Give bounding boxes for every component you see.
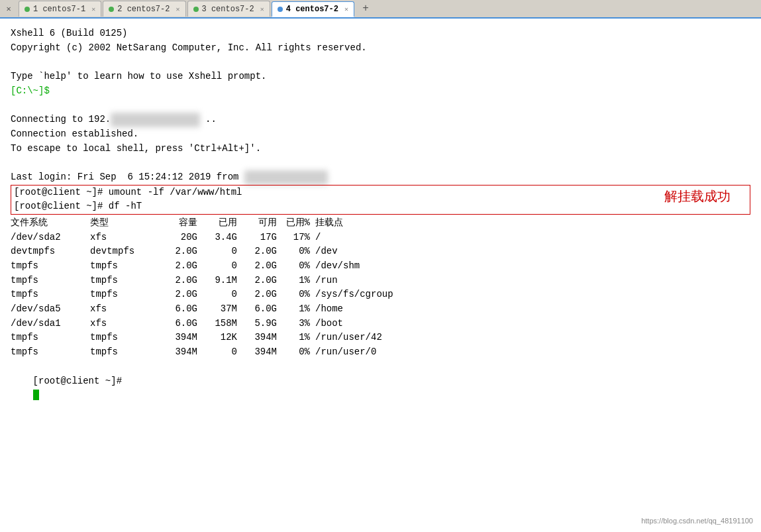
escape-line: To escape to local shell, press 'Ctrl+Al…: [11, 142, 750, 156]
tab-status-dot: [25, 7, 30, 12]
df-pct: 0%: [282, 288, 315, 302]
ip-blurred: ████ ██ ████████: [111, 113, 199, 127]
df-used: 3.4G: [203, 231, 242, 245]
df-fs: /dev/sda1: [11, 317, 90, 331]
df-avail: 2.0G: [242, 274, 282, 288]
df-pct: 0%: [282, 244, 315, 259]
df-type: xfs: [90, 302, 163, 317]
blank-line2: [11, 98, 750, 113]
tab-close-icon[interactable]: ✕: [91, 5, 95, 13]
tab-centos7-2c[interactable]: 4 centos7-2 ✕: [272, 1, 354, 17]
tab-close-active-icon[interactable]: ✕: [344, 5, 348, 13]
df-used: 0: [203, 244, 242, 259]
df-fs: tmpfs: [11, 288, 90, 302]
df-pct: 3%: [282, 317, 315, 331]
final-prompt-text: [root@client ~]#: [33, 376, 122, 386]
df-mount: /: [315, 231, 750, 245]
tab-label: 2 centos7-2: [117, 5, 170, 14]
blank-line3: [11, 156, 750, 170]
header-line2: Copyright (c) 2002 NetSarang Computer, I…: [11, 41, 750, 56]
final-prompt-line: [root@client ~]#: [11, 360, 750, 417]
df-pct: 1%: [282, 302, 315, 317]
df-avail: 5.9G: [242, 317, 282, 331]
tab-status-dot-active: [278, 7, 283, 12]
help-line: Type `help' to learn how to use Xshell p…: [11, 70, 750, 84]
df-col-pct: 已用%: [282, 216, 315, 231]
df-fs: /dev/sda5: [11, 302, 90, 317]
df-pct: 0%: [282, 345, 315, 360]
df-type: tmpfs: [90, 331, 163, 345]
df-used: 0: [203, 288, 242, 302]
df-type: tmpfs: [90, 345, 163, 360]
tab-label-active: 4 centos7-2: [286, 5, 338, 14]
df-size: 6.0G: [163, 317, 203, 331]
df-type: tmpfs: [90, 288, 163, 302]
cmd-block-outlined: [root@client ~]# umount -lf /var/www/htm…: [11, 185, 750, 215]
table-row: tmpfs tmpfs 394M 0 394M 0% /run/user/0: [11, 345, 750, 360]
df-size: 394M: [163, 345, 203, 360]
df-pct: 1%: [282, 274, 315, 288]
annotation-unmount-success: 解挂载成功: [664, 186, 731, 207]
df-rows: /dev/sda2 xfs 20G 3.4G 17G 17% / devtmpf…: [11, 231, 750, 360]
cmd-df: [root@client ~]# df -hT: [14, 199, 747, 214]
last-login-line: Last login: Fri Sep 6 15:24:12 2019 from…: [11, 170, 750, 185]
df-mount: /run/user/0: [315, 345, 750, 360]
tab-centos7-1[interactable]: 1 centos7-1 ✕: [19, 1, 101, 17]
tab-centos7-2a[interactable]: 2 centos7-2 ✕: [103, 1, 185, 17]
df-size: 2.0G: [163, 259, 203, 274]
df-size: 2.0G: [163, 288, 203, 302]
df-type: devtmpfs: [90, 244, 163, 259]
cmd-umount: [root@client ~]# umount -lf /var/www/htm…: [14, 186, 747, 200]
df-used: 0: [203, 259, 242, 274]
df-mount: /sys/fs/cgroup: [315, 288, 750, 302]
local-prompt: [C:\~]$: [11, 84, 750, 99]
watermark: https://blog.csdn.net/qq_48191100: [641, 515, 753, 527]
table-row: tmpfs tmpfs 2.0G 0 2.0G 0% /dev/shm: [11, 259, 750, 274]
df-col-used: 已用: [203, 216, 242, 231]
terminal-cursor: [33, 390, 39, 400]
df-avail: 2.0G: [242, 259, 282, 274]
df-avail: 394M: [242, 345, 282, 360]
df-size: 6.0G: [163, 302, 203, 317]
df-type: tmpfs: [90, 274, 163, 288]
df-avail: 17G: [242, 231, 282, 245]
table-row: devtmpfs devtmpfs 2.0G 0 2.0G 0% /dev: [11, 244, 750, 259]
table-row: tmpfs tmpfs 2.0G 9.1M 2.0G 1% /run: [11, 274, 750, 288]
df-col-fs: 文件系统: [11, 216, 90, 231]
window-close-icon[interactable]: ✕: [3, 3, 15, 15]
tab-centos7-2b[interactable]: 3 centos7-2 ✕: [187, 1, 270, 17]
df-used: 37M: [203, 302, 242, 317]
blank-line1: [11, 55, 750, 70]
df-col-mount: 挂载点: [315, 216, 750, 231]
table-row: tmpfs tmpfs 2.0G 0 2.0G 0% /sys/fs/cgrou…: [11, 288, 750, 302]
df-size: 20G: [163, 231, 203, 245]
df-mount: /dev: [315, 244, 750, 259]
tab-status-dot: [109, 7, 114, 12]
tab-bar: ✕ 1 centos7-1 ✕ 2 centos7-2 ✕ 3 centos7-…: [0, 0, 761, 19]
terminal-window: Xshell 6 (Build 0125) Copyright (c) 2002…: [0, 19, 761, 532]
header-line1: Xshell 6 (Build 0125): [11, 27, 750, 41]
df-mount: /run/user/42: [315, 331, 750, 345]
tab-label: 1 centos7-1: [33, 5, 85, 14]
table-row: tmpfs tmpfs 394M 12K 394M 1% /run/user/4…: [11, 331, 750, 345]
df-fs: /dev/sda2: [11, 231, 90, 245]
tab-close-icon[interactable]: ✕: [260, 5, 264, 13]
df-col-size: 容量: [163, 216, 203, 231]
df-size: 2.0G: [163, 274, 203, 288]
df-col-avail: 可用: [242, 216, 282, 231]
df-mount: /run: [315, 274, 750, 288]
df-used: 12K: [203, 331, 242, 345]
df-avail: 2.0G: [242, 244, 282, 259]
df-used: 9.1M: [203, 274, 242, 288]
df-type: xfs: [90, 231, 163, 245]
new-tab-button[interactable]: +: [358, 1, 373, 16]
df-avail: 6.0G: [242, 302, 282, 317]
df-fs: tmpfs: [11, 331, 90, 345]
tab-close-icon[interactable]: ✕: [176, 5, 179, 13]
df-pct: 17%: [282, 231, 315, 245]
df-avail: 2.0G: [242, 288, 282, 302]
df-size: 2.0G: [163, 244, 203, 259]
df-pct: 1%: [282, 331, 315, 345]
df-fs: tmpfs: [11, 274, 90, 288]
connection-established: Connection established.: [11, 127, 750, 142]
